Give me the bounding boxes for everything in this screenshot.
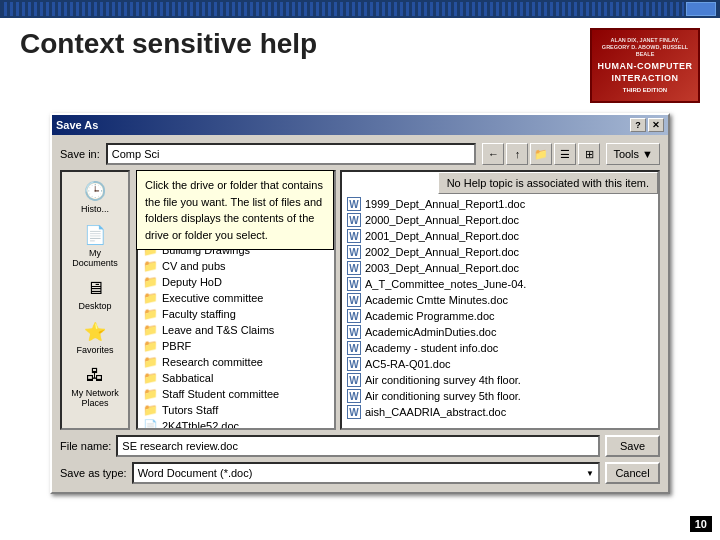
folder-cv-pubs[interactable]: 📁 CV and pubs: [140, 258, 332, 274]
folder-deputy-hod[interactable]: 📁 Deputy HoD: [140, 274, 332, 290]
history-icon: 🕒: [84, 180, 106, 202]
back-button[interactable]: ←: [482, 143, 504, 165]
top-bar-pattern: [4, 2, 684, 16]
word-icon: W: [347, 309, 361, 323]
place-desktop-label: Desktop: [78, 301, 111, 311]
file-academic-programme[interactable]: W Academic Programme.doc: [344, 308, 656, 324]
folder-icon: 📁: [143, 371, 158, 385]
save-as-type-row: Save as type: Word Document (*.doc) ▼ Ca…: [60, 462, 660, 484]
header: Context sensitive help ALAN DIX, JANET F…: [0, 18, 720, 108]
folder-icon: 📁: [143, 355, 158, 369]
places-bar: 🕒 Histo... 📄 My Documents 🖥 Desktop ⭐ Fa…: [60, 170, 130, 430]
file-academic-cmtte[interactable]: W Academic Cmtte Minutes.doc: [344, 292, 656, 308]
place-my-documents[interactable]: 📄 My Documents: [64, 220, 126, 272]
top-bar-accent: [686, 2, 716, 16]
place-favorites[interactable]: ⭐ Favorites: [64, 317, 126, 359]
file-name-input[interactable]: [116, 435, 600, 457]
right-file-list[interactable]: No Help topic is associated with this it…: [340, 170, 660, 430]
files-area: Click the drive or folder that contains …: [136, 170, 660, 430]
file-air-4th[interactable]: W Air conditioning survey 4th floor.: [344, 372, 656, 388]
place-history[interactable]: 🕒 Histo...: [64, 176, 126, 218]
file-2002[interactable]: W 2002_Dept_Annual_Report.doc: [344, 244, 656, 260]
save-in-combo[interactable]: Comp Sci: [106, 143, 477, 165]
help-button[interactable]: ?: [630, 118, 646, 132]
file-aish[interactable]: W aish_CAADRIA_abstract.doc: [344, 404, 656, 420]
save-as-dialog: Save As ? ✕ Save in: Comp Sci ← ↑ 📁 ☰ ⊞: [50, 113, 670, 494]
word-icon: W: [347, 229, 361, 243]
favorites-icon: ⭐: [84, 321, 106, 343]
book-title: HUMAN-COMPUTER INTERACTION: [596, 61, 694, 84]
up-button[interactable]: ↑: [506, 143, 528, 165]
my-documents-icon: 📄: [84, 224, 106, 246]
tools-button[interactable]: Tools ▼: [606, 143, 660, 165]
folder-executive-committee[interactable]: 📁 Executive committee: [140, 290, 332, 306]
folder-staff-student[interactable]: 📁 Staff Student committee: [140, 386, 332, 402]
file-academy[interactable]: W Academy - student info.doc: [344, 340, 656, 356]
save-button[interactable]: Save: [605, 435, 660, 457]
file-air-5th[interactable]: W Air conditioning survey 5th floor.: [344, 388, 656, 404]
folder-icon: 📁: [143, 307, 158, 321]
top-navigation-bar: [0, 0, 720, 18]
view-button[interactable]: ☰: [554, 143, 576, 165]
titlebar-buttons: ? ✕: [630, 118, 664, 132]
file-academic-admin[interactable]: W AcademicAdminDuties.doc: [344, 324, 656, 340]
save-in-value: Comp Sci: [112, 148, 160, 160]
save-as-type-value: Word Document (*.doc): [138, 467, 253, 479]
no-help-notice: No Help topic is associated with this it…: [438, 172, 658, 194]
save-as-type-label: Save as type:: [60, 467, 127, 479]
page-title: Context sensitive help: [20, 28, 590, 60]
word-icon: W: [347, 325, 361, 339]
folder-icon: 📁: [143, 291, 158, 305]
book-edition: THIRD EDITION: [623, 87, 667, 95]
file-at-committee[interactable]: W A_T_Committee_notes_June-04.: [344, 276, 656, 292]
save-in-row: Save in: Comp Sci ← ↑ 📁 ☰ ⊞ Tools ▼: [60, 143, 660, 165]
dialog-title: Save As: [56, 119, 98, 131]
left-file-list: Click the drive or folder that contains …: [136, 170, 336, 430]
folder-icon: 📁: [143, 323, 158, 337]
file-name-row: File name: Save: [60, 435, 660, 457]
view2-button[interactable]: ⊞: [578, 143, 600, 165]
no-help-text: No Help topic is associated with this it…: [447, 177, 649, 189]
network-icon: 🖧: [86, 365, 104, 386]
place-my-documents-label: My Documents: [66, 248, 124, 268]
folder-leave[interactable]: 📁 Leave and T&S Claims: [140, 322, 332, 338]
folder-icon: 📁: [143, 275, 158, 289]
word-icon: W: [347, 245, 361, 259]
word-icon: W: [347, 213, 361, 227]
word-icon: W: [347, 373, 361, 387]
file-2000[interactable]: W 2000_Dept_Annual_Report.doc: [344, 212, 656, 228]
place-desktop[interactable]: 🖥 Desktop: [64, 274, 126, 315]
save-in-label: Save in:: [60, 148, 100, 160]
word-icon: W: [347, 277, 361, 291]
word-icon: W: [347, 357, 361, 371]
close-button[interactable]: ✕: [648, 118, 664, 132]
file-name-label: File name:: [60, 440, 111, 452]
folder-icon: 📁: [143, 387, 158, 401]
folder-faculty-staffing[interactable]: 📁 Faculty staffing: [140, 306, 332, 322]
place-network[interactable]: 🖧 My Network Places: [64, 361, 126, 412]
desktop-icon: 🖥: [86, 278, 104, 299]
cancel-button[interactable]: Cancel: [605, 462, 660, 484]
word-icon: W: [347, 293, 361, 307]
dialog-body: Save in: Comp Sci ← ↑ 📁 ☰ ⊞ Tools ▼: [52, 135, 668, 492]
file-1999[interactable]: W 1999_Dept_Annual_Report1.doc: [344, 196, 656, 212]
book-cover: ALAN DIX, JANET FINLAY, GREGORY D. ABOWD…: [590, 28, 700, 103]
file-ac5[interactable]: W AC5-RA-Q01.doc: [344, 356, 656, 372]
dialog-titlebar: Save As ? ✕: [52, 115, 668, 135]
file-2003[interactable]: W 2003_Dept_Annual_Report.doc: [344, 260, 656, 276]
file-2001[interactable]: W 2001_Dept_Annual_Report.doc: [344, 228, 656, 244]
save-as-type-combo[interactable]: Word Document (*.doc) ▼: [132, 462, 600, 484]
folder-pbrf[interactable]: 📁 PBRF: [140, 338, 332, 354]
dialog-middle: 🕒 Histo... 📄 My Documents 🖥 Desktop ⭐ Fa…: [60, 170, 660, 430]
file-2k4[interactable]: 📄 2K4Ttble52.doc: [140, 418, 332, 430]
tooltip-box: Click the drive or folder that contains …: [136, 170, 334, 250]
new-folder-button[interactable]: 📁: [530, 143, 552, 165]
folder-sabbatical[interactable]: 📁 Sabbatical: [140, 370, 332, 386]
folder-research-committee[interactable]: 📁 Research committee: [140, 354, 332, 370]
folder-icon: 📁: [143, 259, 158, 273]
toolbar-buttons: ← ↑ 📁 ☰ ⊞: [482, 143, 600, 165]
place-favorites-label: Favorites: [76, 345, 113, 355]
folder-tutors[interactable]: 📁 Tutors Staff: [140, 402, 332, 418]
word-icon: W: [347, 389, 361, 403]
word-icon: W: [347, 197, 361, 211]
